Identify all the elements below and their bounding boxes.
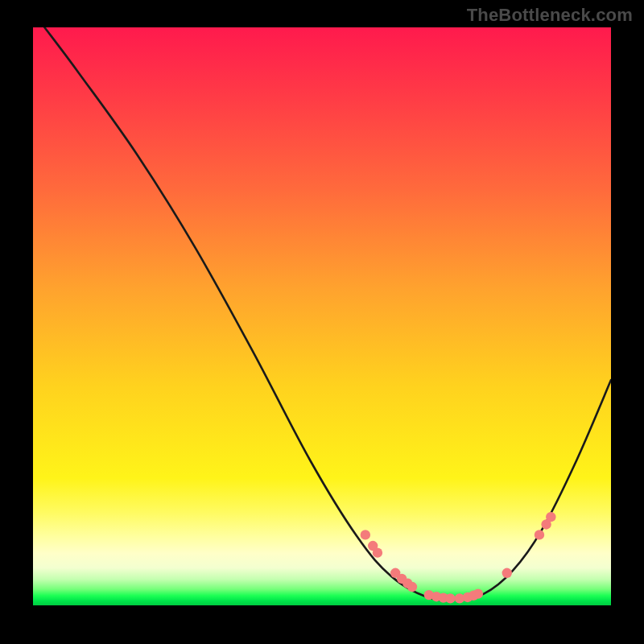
watermark-text: TheBottleneck.com xyxy=(467,5,633,26)
plot-frame xyxy=(33,27,611,605)
data-marker xyxy=(407,582,417,592)
data-marker xyxy=(445,593,455,603)
data-marker xyxy=(361,530,370,539)
data-marker xyxy=(473,588,483,598)
data-marker xyxy=(502,568,512,578)
markers-group xyxy=(361,512,556,604)
markers-svg xyxy=(33,27,611,605)
data-marker xyxy=(546,512,555,522)
data-marker xyxy=(535,530,544,539)
data-marker xyxy=(373,547,382,557)
root-container: TheBottleneck.com xyxy=(0,0,644,644)
